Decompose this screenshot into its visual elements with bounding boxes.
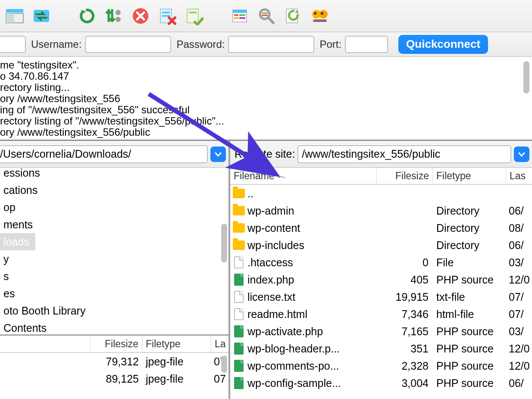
local-col-lastmod[interactable]: La xyxy=(211,336,228,352)
tree-item[interactable]: loads xyxy=(0,233,35,250)
tree-item[interactable]: es xyxy=(0,285,89,302)
site-manager-icon[interactable] xyxy=(4,6,25,26)
local-path-dropdown-button[interactable] xyxy=(210,147,226,162)
remote-path-input[interactable] xyxy=(297,145,511,163)
php-file-icon xyxy=(234,325,244,337)
port-label: Port: xyxy=(319,38,341,50)
svg-point-5 xyxy=(116,17,121,22)
filter-icon[interactable] xyxy=(103,6,124,26)
log-text: me "testingsitex". o 34.70.86.147 rector… xyxy=(0,59,224,138)
svg-rect-10 xyxy=(187,9,198,23)
table-row[interactable]: wp-contentDirectory08/ xyxy=(230,219,532,237)
local-col-filetype[interactable]: Filetype xyxy=(142,336,211,352)
table-row[interactable]: 79,312jpeg-file07 xyxy=(0,353,228,370)
tree-item[interactable]: Contents xyxy=(0,319,89,336)
tree-item[interactable]: oto Booth Library xyxy=(0,302,89,319)
local-file-list[interactable]: 79,312jpeg-file0789,125jpeg-file07 xyxy=(0,353,228,399)
svg-rect-13 xyxy=(233,10,247,13)
file-icon xyxy=(234,256,244,268)
php-file-icon xyxy=(234,343,244,355)
quickconnect-bar: Username: Password: Port: Quickconnect xyxy=(0,32,532,57)
tree-item[interactable]: y xyxy=(0,250,89,268)
port-input[interactable] xyxy=(345,36,388,53)
password-input[interactable] xyxy=(228,36,314,53)
username-input[interactable] xyxy=(85,36,171,53)
tree-item[interactable]: op xyxy=(0,199,89,216)
folder-icon xyxy=(233,240,245,250)
remote-path-bar: Remote site: xyxy=(230,141,532,168)
table-row[interactable]: 89,125jpeg-file07 xyxy=(0,370,228,387)
remote-col-filename[interactable]: Filename ︿ xyxy=(230,168,377,184)
host-input[interactable] xyxy=(0,36,26,53)
remote-file-list[interactable]: ..wp-adminDirectory06/wp-contentDirector… xyxy=(230,185,532,399)
svg-rect-15 xyxy=(239,14,245,16)
compare-icon[interactable] xyxy=(310,6,330,26)
table-row[interactable]: wp-blog-header.p...351PHP source12/0 xyxy=(230,340,532,357)
remote-col-filename-label: Filename xyxy=(234,170,275,182)
folder-icon xyxy=(233,206,245,215)
log-pane[interactable]: me "testingsitex". o 34.70.86.147 rector… xyxy=(0,57,532,141)
table-row[interactable]: .. xyxy=(230,185,532,202)
table-row[interactable]: index.php405PHP source12/0 xyxy=(230,271,532,288)
remote-path-dropdown-button[interactable] xyxy=(514,147,529,162)
remote-col-filetype[interactable]: Filetype xyxy=(433,168,506,184)
table-row[interactable]: .htaccess0File03/ xyxy=(230,254,532,271)
local-panel: essionscationsopmentsloadsysesoto Booth … xyxy=(0,141,230,399)
local-col-filesize[interactable]: Filesize xyxy=(91,336,142,352)
main-toolbar xyxy=(0,0,532,32)
table-row[interactable]: wp-config-sample...3,004PHP source06/ xyxy=(230,374,532,392)
table-row[interactable]: wp-includesDirectory06/ xyxy=(230,237,532,254)
disconnect-icon[interactable] xyxy=(157,6,178,26)
reconnect-icon[interactable] xyxy=(184,6,204,26)
table-row[interactable]: readme.html7,346html-file07/ xyxy=(230,305,532,323)
folder-icon xyxy=(233,189,245,198)
table-row[interactable]: wp-adminDirectory06/ xyxy=(230,202,532,219)
remote-col-filesize[interactable]: Filesize xyxy=(377,168,433,184)
svg-rect-20 xyxy=(262,15,268,16)
svg-rect-11 xyxy=(189,12,197,13)
svg-rect-26 xyxy=(313,19,327,22)
sort-ascending-icon: ︿ xyxy=(278,171,286,181)
svg-rect-8 xyxy=(162,12,170,13)
php-file-icon xyxy=(234,377,244,389)
quickconnect-button[interactable]: Quickconnect xyxy=(398,35,488,54)
tree-item[interactable]: s xyxy=(0,268,89,285)
php-file-icon xyxy=(234,274,244,286)
table-row[interactable]: license.txt19,915txt-file07/ xyxy=(230,288,532,305)
remote-col-lastmod[interactable]: Las xyxy=(506,168,532,184)
log-scrollbar-thumb[interactable] xyxy=(523,61,529,94)
php-file-icon xyxy=(234,360,244,372)
tree-item[interactable]: cations xyxy=(0,181,89,199)
refresh-icon[interactable] xyxy=(77,6,97,26)
tree-item[interactable]: ments xyxy=(0,216,89,233)
svg-point-23 xyxy=(319,10,328,19)
table-row[interactable]: wp-comments-po...2,328PHP source12/0 xyxy=(230,357,532,374)
svg-rect-0 xyxy=(6,9,23,12)
svg-rect-17 xyxy=(239,17,245,19)
password-label: Password: xyxy=(176,38,225,50)
svg-rect-16 xyxy=(234,17,238,19)
transfer-toggle-icon[interactable] xyxy=(31,6,52,26)
local-path-input[interactable] xyxy=(0,145,208,163)
username-label: Username: xyxy=(31,38,81,50)
local-tree-scrollbar-thumb[interactable] xyxy=(221,224,227,262)
svg-rect-14 xyxy=(234,14,238,16)
local-path-bar xyxy=(0,141,228,168)
remote-panel: Remote site: Filename ︿ Filesize Filetyp… xyxy=(230,141,532,399)
file-icon xyxy=(234,291,244,303)
svg-point-25 xyxy=(321,12,323,15)
remote-site-label: Remote site: xyxy=(235,148,295,160)
local-tree[interactable]: essionscationsopmentsloadsysesoto Booth … xyxy=(0,168,228,336)
file-icon xyxy=(234,308,244,320)
local-file-header: Filesize Filetype La xyxy=(0,336,228,353)
svg-point-24 xyxy=(314,12,316,15)
queue-icon[interactable] xyxy=(229,6,250,26)
table-row[interactable]: wp-activate.php7,165PHP source03/ xyxy=(230,323,532,340)
cancel-icon[interactable] xyxy=(130,6,151,26)
tree-item[interactable]: essions xyxy=(0,168,89,181)
remote-file-header: Filename ︿ Filesize Filetype Las xyxy=(230,168,532,185)
search-icon[interactable] xyxy=(256,6,277,26)
folder-icon xyxy=(233,223,245,233)
local-filelist-scrollbar-thumb[interactable] xyxy=(221,355,227,373)
sync-icon[interactable] xyxy=(283,6,304,26)
